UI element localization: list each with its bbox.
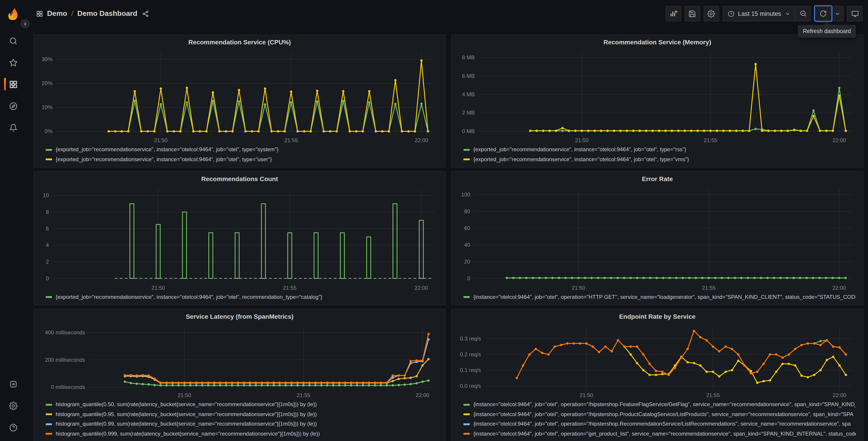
- refresh-interval-dropdown[interactable]: [831, 6, 843, 21]
- sidebar-item-settings[interactable]: [0, 395, 26, 416]
- svg-text:21:55: 21:55: [284, 137, 298, 143]
- svg-text:22:00: 22:00: [414, 137, 428, 143]
- legend-item[interactable]: {exported_job="recommendationservice", i…: [46, 292, 438, 302]
- legend-item[interactable]: {instance="otelcol:9464", job="otel", op…: [463, 429, 856, 439]
- panel-header[interactable]: Service Latency (from SpanMetrics): [38, 311, 441, 322]
- svg-text:21:50: 21:50: [154, 137, 168, 143]
- legend-label: {instance="otelcol:9464", job="otel", op…: [473, 292, 856, 302]
- panel-legend: {exported_job="recommendationservice", i…: [38, 144, 441, 166]
- dashboard-grid-icon: [36, 10, 43, 17]
- save-dashboard-button[interactable]: [684, 6, 700, 21]
- time-range-button[interactable]: Last 15 minutes: [723, 6, 795, 21]
- svg-text:2 MB: 2 MB: [462, 110, 475, 116]
- sidebar-item-search[interactable]: [0, 30, 26, 52]
- legend-swatch: [46, 159, 52, 160]
- legend-item[interactable]: histogram_quantile(0.99, sum(rate(latenc…: [46, 419, 438, 429]
- svg-text:21:50: 21:50: [178, 392, 191, 398]
- refresh-dashboard-button[interactable]: [815, 6, 831, 21]
- panel-header[interactable]: Endpoint Rate by Service: [456, 311, 859, 322]
- panel-chart[interactable]: 02040608010021:5021:5522:00: [456, 184, 859, 291]
- svg-text:4: 4: [46, 242, 49, 248]
- svg-text:0.1 req/s: 0.1 req/s: [460, 367, 481, 373]
- panel-chart[interactable]: 0.0 req/s0.1 req/s0.2 req/s0.3 req/s21:5…: [456, 322, 859, 399]
- time-range-picker: Last 15 minutes: [722, 6, 811, 21]
- panel-chart[interactable]: 0 MB2 MB4 MB6 MB8 MB21:5021:5522:00: [456, 48, 859, 144]
- svg-text:2: 2: [46, 259, 49, 265]
- legend-swatch: [463, 296, 470, 298]
- legend-item[interactable]: histogram_quantile(0.95, sum(rate(latenc…: [46, 410, 438, 419]
- time-range-zoom-out-button[interactable]: [795, 6, 810, 21]
- legend-swatch: [46, 404, 52, 406]
- svg-text:6: 6: [46, 226, 49, 232]
- chevron-down-icon: [785, 11, 790, 17]
- sidebar-item-explore[interactable]: [0, 95, 26, 117]
- svg-text:20%: 20%: [42, 80, 53, 86]
- legend-swatch: [463, 149, 470, 151]
- grafana-app: Demo / Demo Dashboard: [0, 0, 868, 441]
- panel-header[interactable]: Recommendations Count: [38, 173, 441, 184]
- cycle-view-mode-button[interactable]: [847, 6, 863, 21]
- legend-item[interactable]: {exported_job="recommendationservice", i…: [463, 155, 856, 164]
- panel-title: Recommendation Service (Memory): [603, 38, 711, 46]
- legend-item[interactable]: histogram_quantile(0.50, sum(rate(latenc…: [46, 400, 438, 410]
- grafana-logo-icon[interactable]: [6, 5, 20, 20]
- svg-text:21:50: 21:50: [575, 137, 589, 143]
- svg-text:21:55: 21:55: [702, 285, 716, 291]
- legend-item[interactable]: histogram_quantile(0.999, sum(rate(laten…: [46, 429, 438, 439]
- legend-swatch: [46, 414, 52, 415]
- svg-text:21:55: 21:55: [706, 392, 720, 398]
- breadcrumb-section[interactable]: Demo: [47, 9, 67, 18]
- share-dashboard-button[interactable]: [142, 10, 149, 17]
- legend-swatch: [46, 433, 52, 435]
- monitor-icon: [851, 10, 859, 18]
- svg-text:22:00: 22:00: [416, 392, 429, 398]
- svg-text:6 MB: 6 MB: [462, 73, 475, 79]
- sidebar-item-help[interactable]: [0, 416, 26, 438]
- panel-chart[interactable]: 024681021:5021:5522:00: [38, 184, 441, 291]
- sidebar-item-starred[interactable]: [0, 52, 26, 74]
- legend-item[interactable]: {instance="otelcol:9464", job="otel", op…: [463, 292, 856, 302]
- legend-item[interactable]: {exported_job="recommendationservice", i…: [463, 145, 856, 155]
- page-header: Demo / Demo Dashboard: [26, 0, 868, 27]
- sidebar-item-alerting[interactable]: [0, 117, 26, 139]
- legend-swatch: [463, 159, 470, 160]
- legend-item[interactable]: {exported_job="recommendationservice", i…: [46, 145, 438, 155]
- svg-text:0%: 0%: [44, 128, 53, 134]
- svg-text:10: 10: [43, 192, 49, 198]
- help-circle-icon: [9, 423, 18, 432]
- legend-item[interactable]: {instance="otelcol:9464", job="otel", op…: [463, 410, 856, 419]
- svg-text:0.2 req/s: 0.2 req/s: [460, 351, 481, 357]
- refresh-controls: Refresh dashboard: [815, 6, 843, 21]
- svg-text:0: 0: [467, 275, 470, 282]
- panel-header[interactable]: Recommendation Service (Memory): [456, 37, 859, 48]
- svg-text:0 milliseconds: 0 milliseconds: [51, 384, 85, 390]
- legend-item[interactable]: {exported_job="recommendationservice", i…: [46, 155, 438, 164]
- sidebar-item-dashboards[interactable]: [0, 74, 26, 95]
- svg-text:10%: 10%: [42, 104, 53, 110]
- svg-text:200 milliseconds: 200 milliseconds: [45, 357, 85, 363]
- panel-chart[interactable]: 0 milliseconds200 milliseconds400 millis…: [38, 322, 441, 399]
- legend-item[interactable]: {instance="otelcol:9464", job="otel", op…: [463, 400, 856, 410]
- compass-icon: [9, 101, 18, 110]
- panel-header[interactable]: Recommendation Service (CPU%): [38, 37, 441, 48]
- sidebar-expand-button[interactable]: [20, 19, 30, 29]
- legend-swatch: [463, 414, 470, 415]
- panel-chart[interactable]: 0%10%20%30%21:5021:5522:00: [38, 48, 441, 144]
- legend-label: {exported_job="recommendationservice", i…: [473, 155, 689, 164]
- dashboard-panel: Recommendation Service (Memory) 0 MB2 MB…: [451, 34, 864, 168]
- dashboard-settings-button[interactable]: [704, 6, 719, 21]
- legend-swatch: [463, 423, 470, 425]
- svg-text:21:50: 21:50: [580, 392, 593, 398]
- legend-label: {exported_job="recommendationservice", i…: [56, 292, 322, 302]
- legend-swatch: [46, 423, 52, 425]
- svg-text:22:00: 22:00: [414, 285, 428, 291]
- panel-header[interactable]: Error Rate: [456, 173, 859, 184]
- add-panel-button[interactable]: [665, 6, 681, 21]
- legend-swatch: [46, 149, 52, 151]
- legend-label: histogram_quantile(0.99, sum(rate(latenc…: [56, 419, 317, 429]
- dashboard-panel: Recommendation Service (CPU%) 0%10%20%30…: [33, 34, 446, 168]
- svg-text:30%: 30%: [42, 56, 53, 62]
- svg-text:400 milliseconds: 400 milliseconds: [45, 329, 85, 335]
- legend-item[interactable]: {instance="otelcol:9464", job="otel", op…: [463, 419, 856, 429]
- sidebar-item-sign-in[interactable]: [0, 373, 26, 395]
